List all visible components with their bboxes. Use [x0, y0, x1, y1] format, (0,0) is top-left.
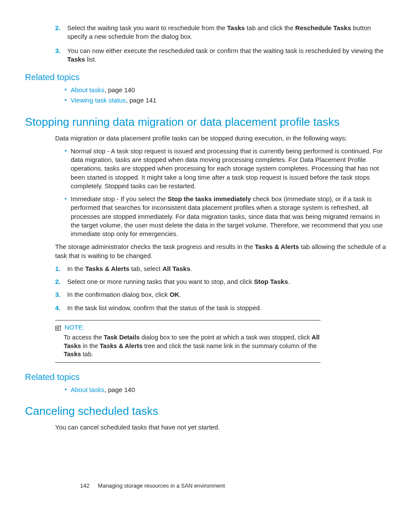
- page-number: 142: [80, 482, 90, 489]
- note-rule-bottom: [55, 362, 321, 363]
- step-text: You can now either execute the reschedul…: [67, 47, 383, 63]
- related-topics-list: About tasks, page 140 Viewing task statu…: [25, 86, 386, 105]
- procedure-steps: 1.In the Tasks & Alerts tab, select All …: [25, 264, 386, 312]
- related-topic-item: About tasks, page 140: [65, 386, 386, 394]
- way-immediate-stop: Immediate stop - If you select the Stop …: [65, 195, 386, 238]
- intro-paragraph: Data migration or data placement profile…: [55, 134, 386, 143]
- proc-step-3: 3.In the confirmation dialog box, click …: [55, 290, 386, 299]
- related-topic-item: About tasks, page 140: [65, 86, 386, 94]
- related-topics-heading: Related topics: [25, 72, 386, 83]
- ways-list: Normal stop - A task stop request is iss…: [25, 147, 386, 239]
- link-about-tasks-2[interactable]: About tasks: [71, 386, 104, 393]
- note-label: NOTE:: [65, 323, 84, 332]
- section-heading-stopping: Stopping running data migration or data …: [25, 115, 386, 130]
- related-topics-heading-2: Related topics: [25, 371, 386, 383]
- note-rule-top: [55, 320, 321, 320]
- note-body: To access the Task Details dialog box to…: [64, 333, 321, 359]
- step-text: Select the waiting task you want to resc…: [67, 24, 371, 40]
- note-header: NOTE:: [55, 323, 321, 332]
- proc-step-2: 2.Select one or more running tasks that …: [55, 277, 386, 286]
- cancel-paragraph: You can cancel scheduled tasks that have…: [55, 423, 386, 432]
- step-2: 2. Select the waiting task you want to r…: [55, 24, 386, 41]
- footer-title: Managing storage resources in a SAN envi…: [98, 482, 225, 489]
- step-3: 3. You can now either execute the resche…: [55, 47, 386, 64]
- admin-paragraph: The storage administrator checks the tas…: [55, 243, 386, 260]
- related-topic-item: Viewing task status, page 141: [65, 96, 386, 105]
- link-about-tasks[interactable]: About tasks: [71, 86, 104, 93]
- note-icon: [55, 324, 62, 330]
- page-footer: 142 Managing storage resources in a SAN …: [80, 482, 225, 490]
- note-block: NOTE: To access the Task Details dialog …: [55, 320, 321, 363]
- step-number: 3.: [55, 47, 61, 55]
- way-normal-stop: Normal stop - A task stop request is iss…: [65, 147, 386, 190]
- continued-ordered-list: 2. Select the waiting task you want to r…: [25, 24, 386, 64]
- section-heading-canceling: Canceling scheduled tasks: [25, 404, 386, 419]
- related-topics-list-2: About tasks, page 140: [25, 386, 386, 394]
- proc-step-1: 1.In the Tasks & Alerts tab, select All …: [55, 264, 386, 273]
- proc-step-4: 4.In the task list window, confirm that …: [55, 304, 386, 312]
- link-viewing-task-status[interactable]: Viewing task status: [71, 96, 126, 104]
- step-number: 2.: [55, 24, 61, 32]
